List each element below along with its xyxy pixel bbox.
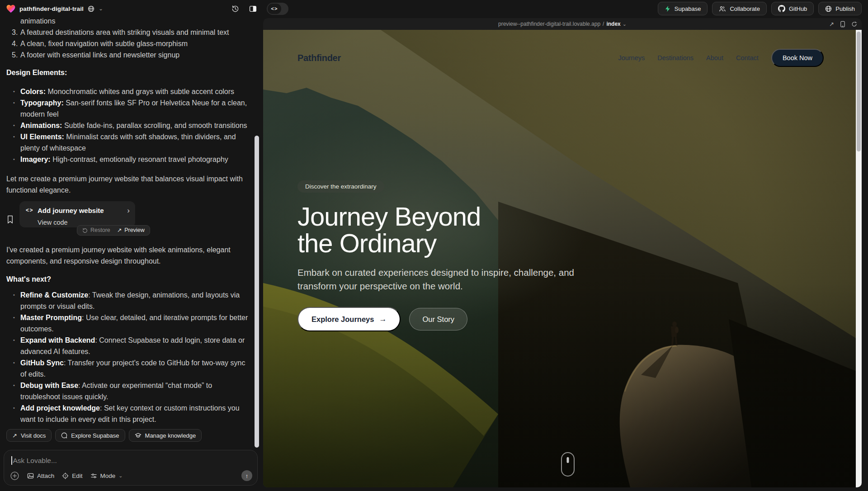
chevron-down-icon: ⌄: [118, 473, 123, 479]
list-item: • Animations: Subtle fade-ins, parallax …: [6, 120, 249, 131]
github-icon: [778, 5, 785, 12]
bullet-icon: •: [6, 289, 20, 312]
hero-badge: Discover the extraordinary: [297, 180, 384, 193]
explore-supabase-button[interactable]: Explore Supabase: [55, 429, 125, 442]
bullet-icon: •: [6, 402, 20, 423]
chat-input[interactable]: Ask Lovable... Attach: [4, 450, 258, 486]
bullet-icon: •: [6, 97, 20, 120]
chat-panel: animations 3. A featured destinations ar…: [0, 17, 261, 491]
site-header: Pathfinder Journeys Destinations About C…: [297, 48, 824, 68]
code-mode-toggle[interactable]: <>: [267, 3, 288, 15]
assistant-paragraph: I've created a premium journey website w…: [6, 244, 247, 267]
site-logo[interactable]: Pathfinder: [297, 53, 341, 63]
list-item: 3. A featured destinations area with str…: [6, 27, 249, 38]
nav-about[interactable]: About: [706, 54, 723, 61]
attach-button[interactable]: Attach: [27, 472, 54, 479]
bullet-icon: •: [6, 380, 20, 402]
image-icon: [27, 472, 34, 479]
sliders-icon: [90, 472, 97, 479]
list-item: • Debug with Ease: Activate our experime…: [6, 380, 249, 402]
preview-button[interactable]: ↗ Preview: [117, 225, 145, 236]
mode-selector[interactable]: Mode ⌄: [90, 472, 123, 479]
supabase-button[interactable]: Supabase: [658, 2, 708, 15]
collaborate-button[interactable]: Collaborate: [712, 2, 767, 15]
arrow-right-icon: →: [379, 315, 387, 324]
scroll-indicator: [561, 452, 575, 477]
send-button[interactable]: ↑: [241, 470, 252, 481]
restore-button[interactable]: Restore: [82, 225, 110, 236]
preview-scrollbar-thumb[interactable]: [857, 32, 861, 151]
people-icon: [719, 5, 726, 12]
edit-card-title: Add journey website: [38, 205, 123, 216]
nav-journeys[interactable]: Journeys: [618, 54, 645, 61]
project-name[interactable]: pathfinder-digital-trail: [19, 5, 84, 12]
book-now-button[interactable]: Book Now: [771, 49, 824, 67]
bullet-icon: •: [6, 86, 20, 97]
arrow-up-right-icon: ↗: [12, 432, 17, 439]
text-caret: [11, 456, 12, 465]
list-item: • GitHub Sync: Transfer your project's c…: [6, 357, 249, 380]
bullet-icon: •: [6, 120, 20, 131]
github-button[interactable]: GitHub: [771, 2, 814, 15]
site-nav: Journeys Destinations About Contact: [618, 54, 759, 61]
list-item: 5. A footer with essential links and new…: [6, 49, 249, 61]
open-in-new-tab-icon[interactable]: ↗: [829, 21, 834, 28]
tool-call-block: <> Add journey website › View code Resto…: [6, 201, 249, 234]
edit-card[interactable]: <> Add journey website › View code Resto…: [19, 201, 135, 227]
toggle-panel-button[interactable]: [249, 5, 257, 13]
whats-next-heading: What's next?: [6, 274, 249, 285]
chat-messages: animations 3. A featured destinations ar…: [0, 17, 261, 423]
explore-journeys-button[interactable]: Explore Journeys →: [297, 307, 401, 331]
hero-subtext: Embark on curated experiences designed t…: [297, 266, 589, 293]
edit-button[interactable]: Edit: [62, 472, 82, 479]
chat-scrollbar[interactable]: [255, 136, 259, 448]
site-preview: Pathfinder Journeys Destinations About C…: [263, 30, 862, 487]
chat-bubble-icon: [61, 432, 67, 439]
list-item: • Add project knowledge: Set key context…: [6, 402, 249, 423]
visit-docs-button[interactable]: ↗ Visit docs: [6, 429, 52, 442]
preview-url[interactable]: preview--pathfinder-digital-trail.lovabl…: [498, 21, 627, 27]
globe-icon: [88, 5, 94, 12]
arrow-up-right-icon: ↗: [117, 225, 122, 236]
list-item: • Imagery: High-contrast, emotionally re…: [6, 154, 249, 165]
hero-heading: Journey Beyond the Ordinary: [297, 203, 614, 256]
chat-input-placeholder: Ask Lovable...: [13, 457, 57, 465]
nav-destinations[interactable]: Destinations: [657, 54, 693, 61]
bullet-icon: •: [6, 131, 20, 154]
bullet-icon: •: [6, 335, 20, 357]
manage-knowledge-button[interactable]: Manage knowledge: [129, 429, 202, 442]
nav-contact[interactable]: Contact: [736, 54, 759, 61]
publish-button[interactable]: Publish: [818, 2, 862, 15]
mobile-view-icon[interactable]: [840, 21, 845, 28]
lovable-heart-logo-icon[interactable]: [6, 5, 15, 13]
add-attachment-button[interactable]: [10, 471, 19, 481]
list-item: 4. A clean, fixed navigation with subtle…: [6, 38, 249, 49]
list-item: • Colors: Monochromatic whites and grays…: [6, 86, 249, 97]
globe-icon: [825, 5, 832, 12]
restore-preview-pill: Restore ↗ Preview: [77, 225, 150, 236]
topbar: pathfinder-digital-trail ⌄ <: [0, 0, 868, 17]
history-icon: [231, 5, 239, 13]
bookmark-icon[interactable]: [6, 205, 14, 234]
arrow-up-icon: ↑: [245, 472, 249, 479]
preview-scrollbar-track[interactable]: [856, 30, 862, 487]
list-item: • Typography: San-serif fonts like SF Pr…: [6, 97, 249, 120]
list-item: • Refine & Customize: Tweak the design, …: [6, 289, 249, 312]
list-item: • Expand with Backend: Connect Supabase …: [6, 335, 249, 357]
graduation-cap-icon: [135, 432, 142, 439]
chat-footer-actions: ↗ Visit docs Explore Supabase Manage kno…: [6, 429, 202, 442]
code-icon: <>: [26, 205, 33, 216]
bullet-icon: •: [6, 357, 20, 380]
our-story-button[interactable]: Our Story: [409, 308, 467, 330]
chevron-down-icon[interactable]: ⌄: [99, 5, 103, 12]
list-item: • UI Elements: Minimalist cards with sof…: [6, 131, 249, 154]
restore-icon: [82, 228, 88, 233]
code-icon: <>: [268, 4, 281, 14]
list-item-overflow: animations: [6, 17, 249, 27]
chevron-down-icon: ⌄: [623, 21, 627, 27]
assistant-paragraph: Let me create a premium journey website …: [6, 173, 247, 196]
history-button[interactable]: [231, 5, 239, 13]
refresh-icon[interactable]: [851, 21, 857, 27]
chevron-right-icon: ›: [127, 207, 130, 214]
design-elements-heading: Design Elements:: [6, 67, 249, 78]
